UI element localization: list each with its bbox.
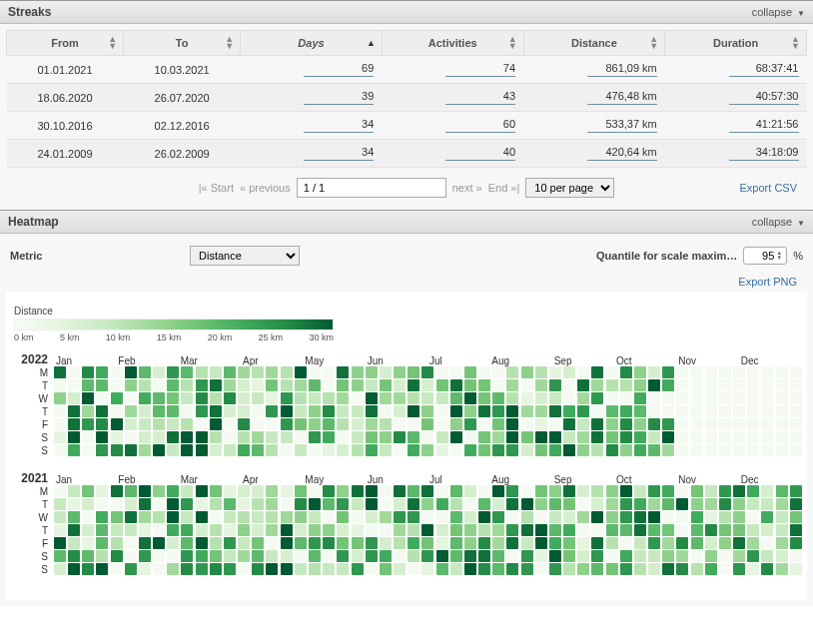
heatmap-cell[interactable]: [181, 431, 193, 443]
heatmap-cell[interactable]: [407, 392, 419, 404]
heatmap-cell[interactable]: [747, 498, 759, 510]
heatmap-cell[interactable]: [606, 498, 618, 510]
heatmap-cell[interactable]: [634, 485, 646, 497]
heatmap-cell[interactable]: [139, 485, 151, 497]
heatmap-cell[interactable]: [662, 524, 674, 536]
heatmap-cell[interactable]: [733, 418, 745, 430]
heatmap-cell[interactable]: [96, 379, 108, 391]
heatmap-cell[interactable]: [761, 485, 773, 497]
heatmap-cell[interactable]: [591, 379, 603, 391]
heatmap-cell[interactable]: [407, 418, 419, 430]
heatmap-cell[interactable]: [111, 498, 123, 510]
heatmap-cell[interactable]: [167, 405, 179, 417]
heatmap-cell[interactable]: [761, 537, 773, 549]
heatmap-cell[interactable]: [139, 524, 151, 536]
heatmap-cell[interactable]: [676, 485, 688, 497]
heatmap-cell[interactable]: [153, 563, 165, 575]
heatmap-cell[interactable]: [521, 563, 533, 575]
heatmap-cell[interactable]: [266, 366, 278, 378]
heatmap-cell[interactable]: [125, 431, 137, 443]
heatmap-cell[interactable]: [549, 524, 561, 536]
heatmap-cell[interactable]: [421, 405, 433, 417]
heatmap-cell[interactable]: [366, 498, 378, 510]
heatmap-cell[interactable]: [352, 431, 364, 443]
heatmap-cell[interactable]: [252, 405, 264, 417]
heatmap-cell[interactable]: [790, 550, 802, 562]
heatmap-cell[interactable]: [492, 418, 504, 430]
heatmap-cell[interactable]: [464, 379, 476, 391]
heatmap-cell[interactable]: [719, 498, 731, 510]
heatmap-cell[interactable]: [309, 418, 321, 430]
heatmap-cell[interactable]: [492, 392, 504, 404]
heatmap-cell[interactable]: [224, 405, 236, 417]
heatmap-cell[interactable]: [450, 379, 462, 391]
heatmap-cell[interactable]: [266, 498, 278, 510]
heatmap-cell[interactable]: [167, 498, 179, 510]
heatmap-cell[interactable]: [790, 563, 802, 575]
heatmap-cell[interactable]: [620, 405, 632, 417]
heatmap-cell[interactable]: [394, 550, 406, 562]
heatmap-cell[interactable]: [295, 563, 307, 575]
heatmap-cell[interactable]: [224, 498, 236, 510]
heatmap-cell[interactable]: [676, 537, 688, 549]
heatmap-cell[interactable]: [705, 537, 717, 549]
heatmap-cell[interactable]: [323, 563, 335, 575]
heatmap-cell[interactable]: [733, 444, 745, 456]
heatmap-cell[interactable]: [535, 418, 547, 430]
heatmap-cell[interactable]: [366, 392, 378, 404]
heatmap-cell[interactable]: [352, 498, 364, 510]
heatmap-cell[interactable]: [606, 418, 618, 430]
heatmap-cell[interactable]: [167, 431, 179, 443]
heatmap-cell[interactable]: [620, 511, 632, 523]
heatmap-cell[interactable]: [323, 537, 335, 549]
heatmap-cell[interactable]: [266, 405, 278, 417]
heatmap-cell[interactable]: [747, 392, 759, 404]
column-days[interactable]: Days ▲: [241, 31, 383, 56]
heatmap-cell[interactable]: [266, 485, 278, 497]
heatmap-cell[interactable]: [281, 405, 293, 417]
heatmap-cell[interactable]: [153, 524, 165, 536]
heatmap-cell[interactable]: [139, 550, 151, 562]
heatmap-cell[interactable]: [111, 405, 123, 417]
heatmap-cell[interactable]: [676, 550, 688, 562]
heatmap-cell[interactable]: [478, 511, 490, 523]
heatmap-cell[interactable]: [323, 418, 335, 430]
heatmap-cell[interactable]: [464, 511, 476, 523]
heatmap-cell[interactable]: [421, 444, 433, 456]
heatmap-cell[interactable]: [224, 444, 236, 456]
heatmap-cell[interactable]: [281, 392, 293, 404]
heatmap-cell[interactable]: [337, 485, 349, 497]
heatmap-cell[interactable]: [691, 431, 703, 443]
heatmap-cell[interactable]: [394, 563, 406, 575]
heatmap-cell[interactable]: [352, 405, 364, 417]
heatmap-cell[interactable]: [506, 524, 518, 536]
heatmap-cell[interactable]: [776, 405, 788, 417]
heatmap-cell[interactable]: [252, 563, 264, 575]
heatmap-cell[interactable]: [394, 366, 406, 378]
heatmap-cell[interactable]: [380, 366, 392, 378]
heatmap-cell[interactable]: [337, 379, 349, 391]
heatmap-cell[interactable]: [366, 418, 378, 430]
heatmap-cell[interactable]: [691, 418, 703, 430]
heatmap-cell[interactable]: [407, 431, 419, 443]
heatmap-cell[interactable]: [380, 444, 392, 456]
heatmap-cell[interactable]: [54, 511, 66, 523]
heatmap-cell[interactable]: [478, 392, 490, 404]
heatmap-cell[interactable]: [196, 511, 208, 523]
heatmap-cell[interactable]: [394, 537, 406, 549]
heatmap-cell[interactable]: [96, 511, 108, 523]
heatmap-cell[interactable]: [281, 498, 293, 510]
heatmap-cell[interactable]: [620, 444, 632, 456]
heatmap-cell[interactable]: [82, 498, 94, 510]
heatmap-cell[interactable]: [492, 511, 504, 523]
heatmap-cell[interactable]: [238, 444, 250, 456]
heatmap-cell[interactable]: [790, 379, 802, 391]
heatmap-cell[interactable]: [125, 418, 137, 430]
heatmap-cell[interactable]: [82, 444, 94, 456]
heatmap-cell[interactable]: [295, 418, 307, 430]
heatmap-cell[interactable]: [535, 563, 547, 575]
heatmap-cell[interactable]: [352, 524, 364, 536]
heatmap-cell[interactable]: [295, 444, 307, 456]
heatmap-cell[interactable]: [521, 366, 533, 378]
heatmap-cell[interactable]: [181, 524, 193, 536]
